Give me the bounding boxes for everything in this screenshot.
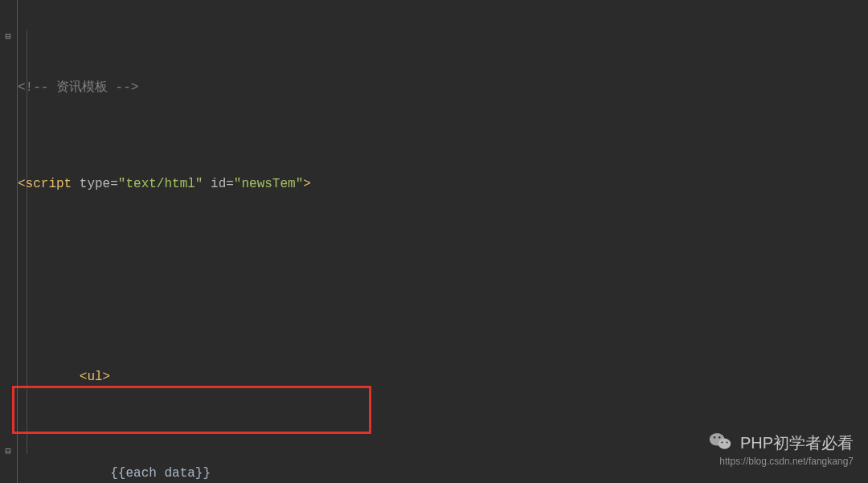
code-line	[18, 268, 868, 293]
comment: <!-- 资讯模板 -->	[18, 80, 138, 95]
code-area[interactable]: <!-- 资讯模板 --> <script type="text/html" i…	[18, 3, 868, 483]
code-editor[interactable]: ⊟ ⊟ <!-- 资讯模板 --> <script type="text/htm…	[0, 0, 868, 483]
code-line: {{each data}}	[18, 461, 868, 483]
code-line: <ul>	[18, 365, 868, 389]
code-line: <script type="text/html" id="newsTem">	[18, 172, 868, 196]
fold-marker[interactable]: ⊟	[3, 447, 13, 456]
gutter: ⊟ ⊟	[0, 0, 18, 483]
fold-marker[interactable]: ⊟	[3, 32, 13, 42]
code-line: <!-- 资讯模板 -->	[18, 76, 868, 100]
